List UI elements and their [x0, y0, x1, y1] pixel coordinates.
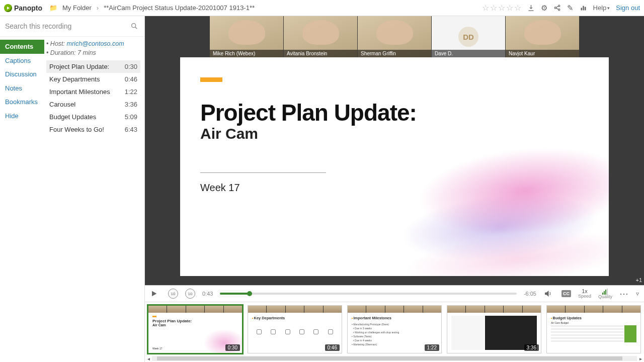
- participant-name: Avitania Bronstein: [284, 50, 357, 57]
- participant-tile[interactable]: DDDave D.: [432, 16, 505, 57]
- participant-tile[interactable]: Mike Rich (Webex): [210, 16, 283, 57]
- breadcrumb-folder[interactable]: My Folder: [62, 4, 92, 12]
- topbar: Panopto 📁 My Folder › **AirCam Project S…: [0, 0, 644, 16]
- thumbnail[interactable]: Project Plan Update:Air CamWeek 170:30: [148, 305, 243, 353]
- participant-tile[interactable]: Navjot Kaur: [506, 16, 579, 57]
- tab-captions[interactable]: Captions: [0, 54, 44, 68]
- play-button[interactable]: [150, 290, 161, 298]
- search-input[interactable]: [0, 16, 144, 36]
- collapse-button[interactable]: ▿: [636, 290, 639, 297]
- signout-link[interactable]: Sign out: [616, 4, 640, 12]
- star-icon[interactable]: ☆: [490, 3, 497, 13]
- toc-time: 6:43: [125, 126, 137, 133]
- thumbnail-strip: Project Plan Update:Air CamWeek 170:30Ke…: [145, 302, 644, 362]
- help-menu[interactable]: Help ▾: [593, 4, 610, 12]
- scroll-right-icon[interactable]: ▸: [637, 356, 644, 361]
- tab-discussion[interactable]: Discussion: [0, 67, 44, 81]
- toc-title: Carousel: [49, 101, 75, 108]
- toc-row[interactable]: Project Plan Update:0:30: [46, 60, 140, 73]
- brand-text: Panopto: [14, 4, 42, 12]
- toc-row[interactable]: Carousel3:36: [46, 98, 140, 111]
- recording-meta: • Host: mrich@contoso.com • Duration: 7 …: [46, 40, 140, 57]
- thumbnail[interactable]: 3:36: [447, 305, 541, 353]
- download-icon[interactable]: [527, 4, 535, 12]
- brand-mark-icon: [4, 4, 12, 12]
- star-icon[interactable]: ☆: [514, 3, 521, 13]
- speed-control[interactable]: 1x Speed: [578, 289, 591, 299]
- toc-time: 3:36: [125, 101, 137, 108]
- star-icon[interactable]: ☆: [506, 3, 513, 13]
- svg-rect-4: [583, 6, 584, 11]
- volume-button[interactable]: [543, 289, 554, 298]
- participants-strip: Mike Rich (Webex)Avitania BronsteinSherm…: [180, 16, 609, 57]
- search-box: [0, 16, 144, 37]
- tab-notes[interactable]: Notes: [0, 81, 44, 96]
- toc-title: Important Milestones: [49, 88, 110, 96]
- thumbnail[interactable]: Key Departments0:46: [248, 305, 342, 353]
- slide-accent: [200, 77, 222, 82]
- caret-down-icon: ▾: [607, 6, 610, 11]
- participant-name: Dave D.: [432, 50, 505, 57]
- tab-hide[interactable]: Hide: [0, 109, 44, 123]
- brand-logo[interactable]: Panopto: [4, 4, 42, 12]
- stats-icon[interactable]: [580, 4, 587, 12]
- skip-forward-button[interactable]: 10: [185, 289, 195, 299]
- more-button[interactable]: ⋯: [619, 288, 629, 299]
- star-icon[interactable]: ☆: [498, 3, 505, 13]
- edit-icon[interactable]: ✎: [567, 4, 574, 13]
- skip-back-button[interactable]: 10: [168, 289, 178, 299]
- toc-row[interactable]: Four Weeks to Go!6:43: [46, 123, 140, 136]
- overflow-count[interactable]: +1: [635, 277, 642, 283]
- breadcrumb-title[interactable]: **AirCam Project Status Update-20201007 …: [104, 4, 255, 12]
- svg-rect-5: [585, 7, 586, 11]
- toc-title: Key Departments: [49, 75, 100, 83]
- participant-tile[interactable]: Avitania Bronstein: [284, 16, 357, 57]
- toc-title: Four Weeks to Go!: [49, 126, 104, 133]
- toc-title: Project Plan Update:: [49, 63, 109, 70]
- toc-time: 1:22: [125, 88, 137, 96]
- rating-stars[interactable]: ☆ ☆ ☆ ☆ ☆: [482, 3, 521, 13]
- participant-name: Sherman Griffin: [358, 50, 431, 57]
- help-label: Help: [593, 4, 607, 12]
- signal-icon: [602, 289, 608, 295]
- scroll-left-icon[interactable]: ◂: [145, 356, 152, 361]
- slide-divider: [200, 172, 326, 173]
- thumb-time: 1:22: [425, 344, 439, 351]
- sidebar: Contents Captions Discussion Notes Bookm…: [0, 16, 145, 362]
- host-email-link[interactable]: mrich@contoso.com: [67, 40, 124, 47]
- captions-toggle[interactable]: CC: [561, 290, 571, 297]
- tab-contents[interactable]: Contents: [0, 40, 44, 54]
- participant-name: Navjot Kaur: [506, 50, 579, 57]
- viewer: Mike Rich (Webex)Avitania BronsteinSherm…: [145, 16, 644, 362]
- tab-bookmarks[interactable]: Bookmarks: [0, 95, 44, 109]
- slide-title: Project Plan Update:: [200, 99, 589, 126]
- thumb-time: 0:30: [225, 344, 240, 351]
- toc-time: 0:46: [125, 75, 137, 83]
- toc-row[interactable]: Key Departments0:46: [46, 73, 140, 85]
- quality-control[interactable]: Quality: [598, 289, 612, 299]
- svg-rect-3: [581, 8, 582, 11]
- seek-track[interactable]: [220, 293, 516, 295]
- share-icon[interactable]: [553, 4, 561, 12]
- player-bar: 10 10 0:43 -6:05 CC 1x Speed Quality ⋯ ▿: [145, 285, 644, 302]
- gear-icon[interactable]: ⚙: [541, 4, 547, 13]
- participant-tile[interactable]: Sherman Griffin: [358, 16, 431, 57]
- breadcrumb: 📁 My Folder › **AirCam Project Status Up…: [49, 4, 255, 12]
- duration-label: Duration: 7 mins: [50, 49, 96, 56]
- toc-title: Budget Updates: [49, 113, 96, 121]
- host-label: Host:: [50, 40, 65, 47]
- toc-row[interactable]: Important Milestones1:22: [46, 85, 140, 98]
- chevron-right-icon: ›: [97, 4, 99, 12]
- thumb-time: 0:46: [325, 344, 340, 351]
- participant-name: Mike Rich (Webex): [210, 50, 283, 57]
- folder-icon: 📁: [49, 4, 57, 12]
- thumbnail[interactable]: Budget UpdatesAir Cam Budget: [546, 305, 641, 353]
- toc-time: 5:09: [125, 113, 137, 121]
- current-time: 0:43: [202, 291, 213, 297]
- thumb-scrollbar[interactable]: ◂ ▸: [145, 355, 644, 362]
- thumb-time: 3:36: [524, 344, 539, 351]
- toc-row[interactable]: Budget Updates5:09: [46, 111, 140, 123]
- thumbnail[interactable]: Important Milestones• Manufacturing Prot…: [347, 305, 442, 353]
- star-icon[interactable]: ☆: [482, 3, 489, 13]
- remaining-time: -6:05: [524, 291, 536, 297]
